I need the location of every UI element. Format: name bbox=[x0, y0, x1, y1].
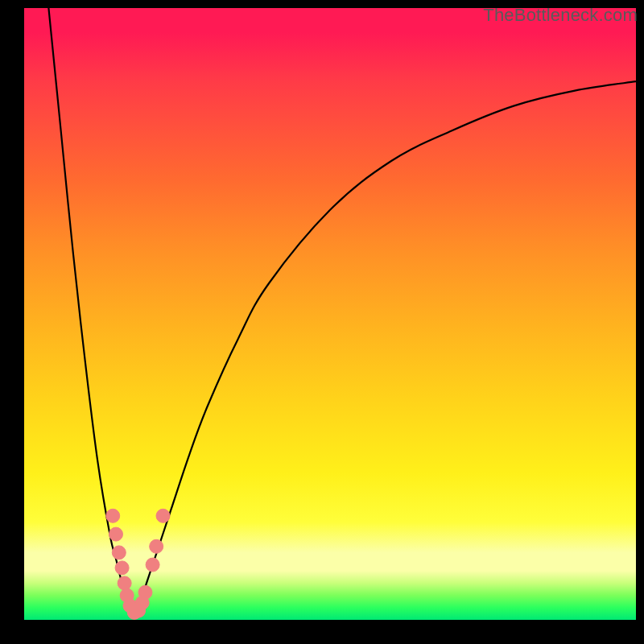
marker-group bbox=[106, 509, 170, 619]
data-marker bbox=[118, 576, 131, 590]
data-marker bbox=[146, 558, 159, 572]
data-marker bbox=[150, 539, 163, 553]
curve-group bbox=[48, 8, 636, 613]
data-marker bbox=[138, 585, 152, 599]
chart-svg bbox=[24, 8, 636, 620]
curve-right-arm bbox=[134, 81, 636, 613]
data-marker bbox=[115, 561, 129, 575]
plot-area bbox=[24, 8, 636, 620]
watermark-text: TheBottleneck.com bbox=[483, 5, 638, 26]
curve-left-arm bbox=[48, 8, 134, 613]
data-marker bbox=[156, 509, 170, 522]
data-marker bbox=[106, 509, 120, 522]
chart-frame: TheBottleneck.com bbox=[0, 0, 644, 644]
data-marker bbox=[112, 546, 126, 559]
data-marker bbox=[109, 527, 123, 541]
